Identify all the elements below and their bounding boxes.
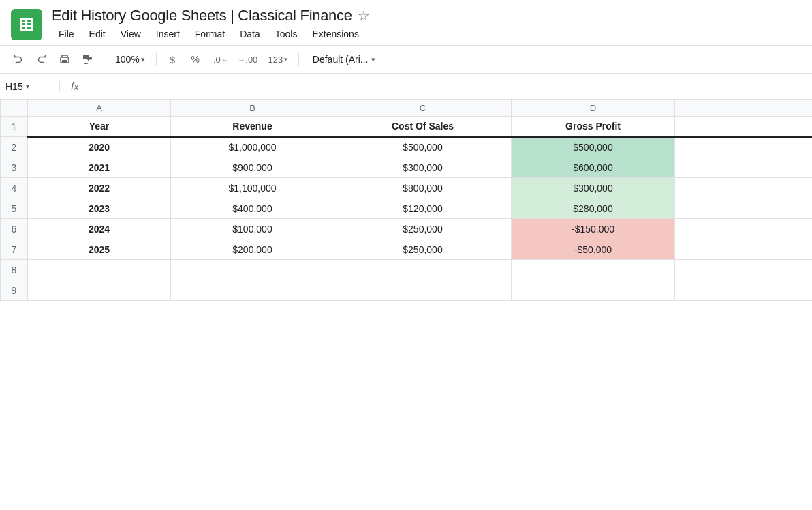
svg-point-10 [67,59,69,60]
cell-a3[interactable]: 2021 [28,158,171,178]
star-icon[interactable]: ☆ [358,7,370,24]
redo-button[interactable] [31,49,52,70]
cell-d1[interactable]: Gross Profit [512,117,675,137]
table-row: 1 Year Revenue Cost Of Sales Gross Profi… [1,117,813,137]
cell-a5[interactable]: 2023 [28,198,171,219]
font-arrow: ▾ [371,55,375,64]
decimal-right-arrow: → [238,56,245,63]
table-row: 2 2020 $1,000,000 $500,000 $500,000 [1,137,813,158]
menu-tools[interactable]: Tools [268,26,304,42]
cell-reference-box[interactable]: H15 ▾ [5,81,60,92]
font-label: Default (Ari... [313,54,369,65]
cell-ref-dropdown-arrow[interactable]: ▾ [26,82,29,90]
cell-c4[interactable]: $800,000 [334,178,512,198]
toolbar-divider-2 [156,52,157,66]
cell-b7[interactable]: $200,000 [171,239,334,260]
undo-button[interactable] [8,49,29,70]
number-format-label: 123 [268,55,283,65]
increase-decimal-button[interactable]: → .00 [236,49,260,70]
table-row: 8 [1,260,813,280]
zoom-control[interactable]: 100% ▾ [110,52,151,66]
col-header-a[interactable]: A [28,100,171,117]
menu-data[interactable]: Data [233,26,267,42]
cell-e4[interactable] [675,178,813,198]
col-header-rownum [1,100,28,117]
print-button[interactable] [54,49,75,70]
cell-b5[interactable]: $400,000 [171,198,334,219]
menu-extensions[interactable]: Extensions [305,26,365,42]
title-bar: Edit History Google Sheets | Classical F… [0,0,812,45]
row-num-8: 8 [1,260,28,280]
cell-a2[interactable]: 2020 [28,137,171,158]
toolbar-divider-3 [298,52,299,66]
title-area: Edit History Google Sheets | Classical F… [52,7,801,42]
cell-d2[interactable]: $500,000 [512,137,675,158]
table-row: 3 2021 $900,000 $300,000 $600,000 [1,158,813,178]
formula-bar-divider [93,80,93,93]
toolbar-divider-1 [104,52,104,66]
menu-format[interactable]: Format [188,26,232,42]
zoom-value: 100% [115,54,140,65]
percent-format-button[interactable]: % [185,49,206,70]
cell-a1[interactable]: Year [28,117,171,137]
number-format-button[interactable]: 123 ▾ [263,49,293,70]
cell-e1[interactable] [675,117,813,137]
sheet-table: A B C D 1 Year Revenue Cost Of Sales Gro… [0,100,812,301]
cell-d5[interactable]: $280,000 [512,198,675,219]
menu-edit[interactable]: Edit [82,26,112,42]
menu-bar: File Edit View Insert Format Data Tools … [52,26,801,42]
cell-b1[interactable]: Revenue [171,117,334,137]
cell-c3[interactable]: $300,000 [334,158,512,178]
row-num-2: 2 [1,137,28,158]
cell-b3[interactable]: $900,000 [171,158,334,178]
cell-c5[interactable]: $120,000 [334,198,512,219]
cell-e2[interactable] [675,137,813,158]
table-row: 9 [1,280,813,301]
row-num-1: 1 [1,117,28,137]
cell-c7[interactable]: $250,000 [334,239,512,260]
font-selector[interactable]: Default (Ari... ▾ [307,52,381,66]
cell-b4[interactable]: $1,100,000 [171,178,334,198]
paint-format-button[interactable] [78,49,98,70]
menu-view[interactable]: View [114,26,148,42]
row-num-6: 6 [1,219,28,239]
row-num-5: 5 [1,198,28,219]
column-headers-row: A B C D [1,100,813,117]
table-row: 6 2024 $100,000 $250,000 -$150,000 [1,219,813,239]
decimal-left-arrow: ← [221,56,228,63]
svg-rect-7 [27,27,31,29]
menu-file[interactable]: File [52,26,81,42]
cell-a7[interactable]: 2025 [28,239,171,260]
dollar-label: $ [170,54,175,65]
col-header-b[interactable]: B [171,100,334,117]
row-num-9: 9 [1,280,28,301]
cell-e3[interactable] [675,158,813,178]
cell-e5[interactable] [675,198,813,219]
cell-c2[interactable]: $500,000 [334,137,512,158]
svg-rect-3 [27,20,31,22]
col-header-c[interactable]: C [334,100,512,117]
cell-b6[interactable]: $100,000 [171,219,334,239]
cell-d6[interactable]: -$150,000 [512,219,675,239]
cell-c6[interactable]: $250,000 [334,219,512,239]
document-title: Edit History Google Sheets | Classical F… [52,7,352,25]
cell-e7[interactable] [675,239,813,260]
cell-d7[interactable]: -$50,000 [512,239,675,260]
col-header-d[interactable]: D [512,100,675,117]
menu-insert[interactable]: Insert [149,26,187,42]
cell-d4[interactable]: $300,000 [512,178,675,198]
cell-b2[interactable]: $1,000,000 [171,137,334,158]
col-header-e [675,100,813,117]
cell-e6[interactable] [675,219,813,239]
sheets-logo [11,9,42,40]
cell-d3[interactable]: $600,000 [512,158,675,178]
cell-a4[interactable]: 2022 [28,178,171,198]
decrease-decimal-button[interactable]: .0 ← [208,49,233,70]
svg-rect-2 [22,20,25,22]
zoom-arrow: ▾ [141,55,145,64]
currency-format-button[interactable]: $ [162,49,183,70]
formula-input[interactable] [102,81,807,92]
cell-a6[interactable]: 2024 [28,219,171,239]
cell-c1[interactable]: Cost Of Sales [334,117,512,137]
number-format-arrow: ▾ [284,56,287,63]
